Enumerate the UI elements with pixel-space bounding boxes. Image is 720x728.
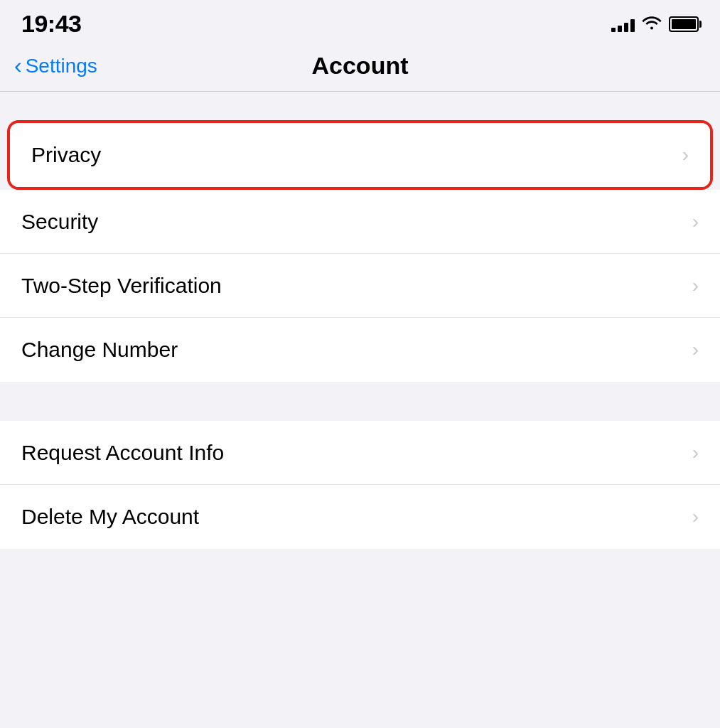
back-button[interactable]: ‹ Settings [14,55,97,77]
change-number-label: Change Number [21,338,178,362]
privacy-chevron-icon: › [682,144,689,166]
section-gap-top [0,92,720,120]
security-label: Security [21,210,98,234]
privacy-item-inner: Privacy › [10,123,710,187]
battery-icon [669,16,699,32]
section-2: Request Account Info › Delete My Account… [0,421,720,549]
page-title: Account [312,52,409,80]
two-step-item[interactable]: Two-Step Verification › [0,254,720,318]
two-step-chevron-icon: › [692,274,699,297]
section-1: Security › Two-Step Verification › Chang… [0,190,720,382]
request-account-info-item[interactable]: Request Account Info › [0,421,720,485]
delete-account-label: Delete My Account [21,505,199,529]
delete-account-item[interactable]: Delete My Account › [0,485,720,549]
status-time: 19:43 [21,10,81,38]
status-icons [611,14,699,34]
security-item[interactable]: Security › [0,190,720,254]
section-divider [0,382,720,421]
signal-strength-icon [611,16,635,32]
request-account-info-chevron-icon: › [692,441,699,464]
back-chevron-icon: ‹ [14,54,22,77]
privacy-highlighted-wrapper: Privacy › [0,120,720,190]
delete-account-chevron-icon: › [692,505,699,528]
change-number-item[interactable]: Change Number › [0,318,720,382]
request-account-info-label: Request Account Info [21,441,224,465]
two-step-label: Two-Step Verification [21,274,222,298]
change-number-chevron-icon: › [692,338,699,361]
privacy-item[interactable]: Privacy › [7,120,713,190]
nav-bar: ‹ Settings Account [0,45,720,92]
wifi-icon [642,14,662,34]
security-chevron-icon: › [692,210,699,233]
status-bar: 19:43 [0,0,720,45]
privacy-label: Privacy [31,143,101,167]
back-label: Settings [26,55,97,77]
